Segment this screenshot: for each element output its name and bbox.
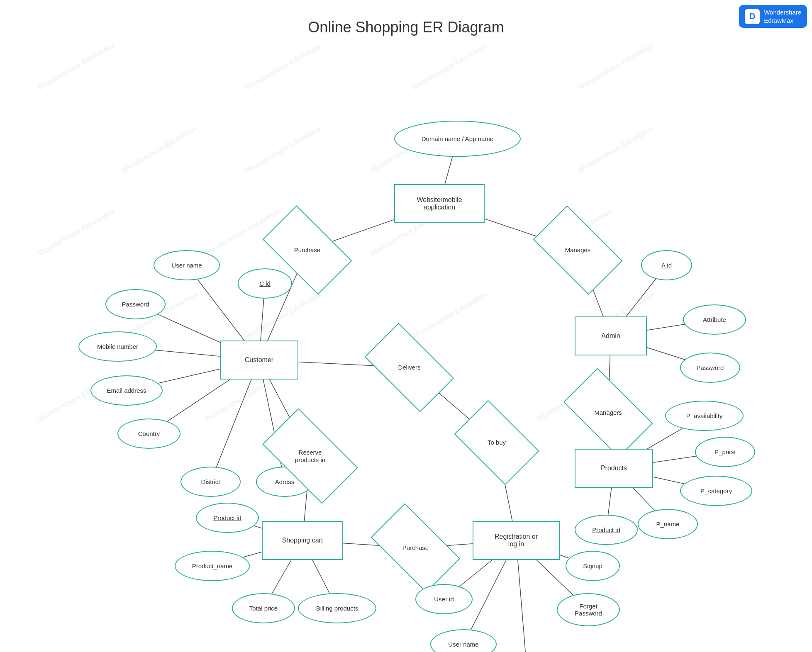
watermark: Wondershare EdrawMax [576,41,656,92]
node-forget_password: ForgetPassword [557,593,620,626]
watermark: Wondershare EdrawMax [410,41,490,92]
watermark: Wondershare EdrawMax [120,124,199,175]
node-p_price: P_price [695,437,755,467]
brand-name: Wondershare EdrawMax [764,8,801,24]
node-customer: Customer [220,341,298,380]
watermark: Wondershare EdrawMax [203,373,282,424]
watermark: Wondershare EdrawMax [410,290,490,341]
node-p_availability: P_availability [665,401,744,431]
node-district: District [180,467,241,497]
node-attribute: Attribute [683,304,746,335]
node-a_id: A id [641,250,692,280]
node-registration: Registration orlog in [473,521,560,560]
brand-logo: D Wondershare EdrawMax [739,5,807,28]
node-product_name_cart: Product_name [175,551,250,581]
node-c_id: C id [238,268,292,299]
node-managers_diamond: Managers [569,389,647,437]
node-admin: Admin [575,316,647,355]
node-password_c: Password [105,289,166,319]
node-country: Country [117,418,180,449]
watermark: Wondershare EdrawMax [244,41,324,92]
watermark: Wondershare EdrawMax [244,124,324,175]
node-signup: Signup [566,551,620,581]
diagram-title: Online Shopping ER Diagram [308,19,504,36]
node-purchase_diamond2: Purchase [376,524,455,572]
node-email_address: Email address [90,375,163,406]
node-product_id_right: Product id [575,515,638,545]
node-user_name_reg: User name [430,629,497,652]
node-billing_products: Billing products [298,593,376,623]
node-user_id: User id [415,584,473,614]
node-purchase_diamond1: Purchase [268,226,346,274]
node-reserve_diamond: Reserveproducts in [268,431,352,482]
node-p_category: P_category [680,476,752,506]
node-manages_diamond: Manages [539,226,617,274]
node-to_buy_diamond: To buy [461,418,533,467]
node-user_name_c: User name [154,250,220,280]
node-domain_name: Domain name / App name [394,121,521,157]
node-website: Website/mobileapplication [394,184,485,223]
node-product_id_cart: Product id [196,503,259,533]
watermark: Wondershare EdrawMax [576,124,656,175]
node-p_name: P_name [638,509,698,539]
node-products: Products [575,449,653,488]
watermark: Wondershare EdrawMax [37,207,116,258]
brand-icon: D [745,9,760,24]
watermark: Wondershare EdrawMax [37,41,116,92]
node-shopping_cart: Shopping cart [262,521,343,560]
node-mobile_number: Mobile number [78,331,157,362]
node-total_price: Total price [232,593,295,623]
node-delivers_diamond: Delivers [370,343,449,392]
node-password_admin: Password [680,353,740,383]
